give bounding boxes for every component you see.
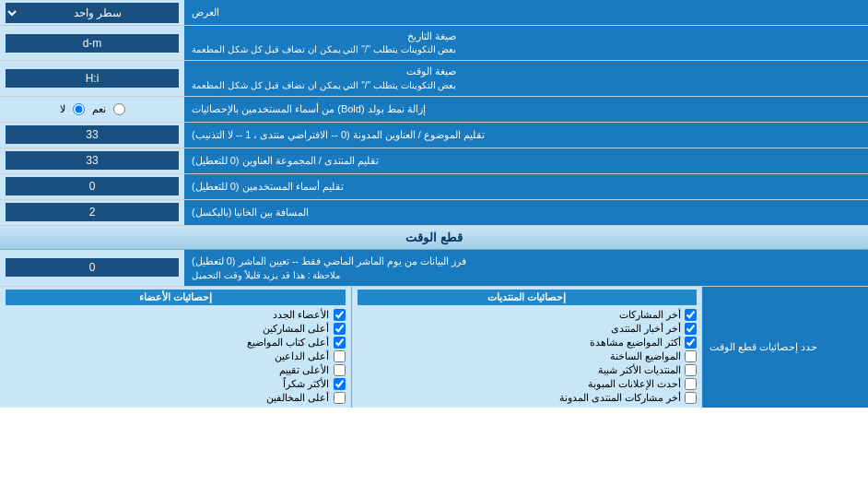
- checkbox-label-1: أخر أخبار المنتدى: [611, 323, 681, 335]
- label-forum-count: تقليم المنتدى / المجموعة العناوين (0 للت…: [184, 148, 868, 173]
- checkbox-akthar-shabiya[interactable]: [685, 364, 697, 376]
- checkbox-member-label-5: الأكثر شكراً: [283, 378, 329, 390]
- checkbox-member-4: الأعلى تقييم: [6, 363, 346, 377]
- checkbox-member-3: أعلى الداعين: [6, 349, 346, 363]
- row-time-format: صيغة الوقت بعض التكوينات يتطلب "/" التي …: [0, 61, 868, 96]
- label-space: المسافة بين الخانيا (بالبكسل): [184, 200, 868, 225]
- radio-label-no: لا: [60, 103, 65, 115]
- checkbox-item-5: أحدث الإعلانات المبوبة: [358, 377, 698, 391]
- control-user-count: [0, 174, 184, 199]
- label-time-format: صيغة الوقت بعض التكوينات يتطلب "/" التي …: [184, 61, 868, 95]
- checkbox-ahdath-ilanat[interactable]: [685, 378, 697, 390]
- stats-columns-wrapper: إحصائيات المنتديات أخر المشاركات أخر أخب…: [0, 287, 702, 408]
- input-space[interactable]: [6, 203, 179, 221]
- control-cutoff-data: [0, 250, 184, 286]
- checkbox-item-0: أخر المشاركات: [358, 308, 698, 322]
- checkbox-member-label-6: أعلى المخالفين: [266, 392, 329, 404]
- radio-bold-yes[interactable]: [113, 103, 125, 115]
- input-time-format[interactable]: [6, 69, 179, 88]
- radio-group-bold: نعم لا: [53, 101, 133, 117]
- row-bold: إزالة نمط بولد (Bold) من أسماء المستخدمي…: [0, 97, 868, 123]
- row-space: المسافة بين الخانيا (بالبكسل): [0, 200, 868, 226]
- checkbox-member-label-4: الأعلى تقييم: [279, 364, 329, 376]
- stats-area: حدد إحصائيات قطع الوقت إحصائيات المنتديا…: [0, 287, 868, 408]
- input-topic-count[interactable]: [6, 125, 179, 144]
- checkbox-aala-kottab[interactable]: [334, 337, 346, 349]
- checkbox-akhir-musharkaat[interactable]: [685, 309, 697, 321]
- radio-label-yes: نعم: [92, 103, 106, 115]
- main-container: العرض سطر واحد صيغة التاريخ بعض التكوينا…: [0, 0, 868, 408]
- checkbox-item-1: أخر أخبار المنتدى: [358, 322, 698, 336]
- checkbox-item-4: المنتديات الأكثر شبية: [358, 363, 698, 377]
- label-user-count: تقليم أسماء المستخدمين (0 للتعطيل): [184, 174, 868, 199]
- control-ard: سطر واحد: [0, 0, 184, 25]
- checkbox-label-2: أكثر المواضيع مشاهدة: [590, 337, 681, 349]
- label-cutoff-note: ملاحظة : هذا قد يزيد قليلاً وقت التحميل: [192, 269, 340, 282]
- col-divider: [351, 287, 352, 408]
- control-space: [0, 200, 184, 225]
- checkbox-member-6: أعلى المخالفين: [6, 391, 346, 405]
- stats-col-members-title: إحصائيات الأعضاء: [6, 290, 346, 305]
- input-forum-count[interactable]: [6, 151, 179, 170]
- input-user-count[interactable]: [6, 177, 179, 195]
- label-cutoff-data: فرز البيانات من يوم الماشر الماضي فقط --…: [184, 250, 868, 286]
- input-date-format[interactable]: [6, 34, 179, 53]
- control-time-format: [0, 61, 184, 95]
- checkbox-adadaa-judud[interactable]: [334, 309, 346, 321]
- input-cutoff-data[interactable]: [6, 258, 179, 277]
- checkbox-akthar-mushahada[interactable]: [685, 337, 697, 349]
- checkbox-aala-mukhaalifeen[interactable]: [334, 392, 346, 404]
- stats-right-label: حدد إحصائيات قطع الوقت: [702, 287, 868, 408]
- checkbox-member-1: أعلى المشاركين: [6, 322, 346, 336]
- row-user-count: تقليم أسماء المستخدمين (0 للتعطيل): [0, 174, 868, 200]
- checkbox-label-6: أخر مشاركات المنتدى المدونة: [559, 392, 681, 404]
- checkbox-aala-daaeen[interactable]: [334, 350, 346, 362]
- row-cutoff-data: فرز البيانات من يوم الماشر الماضي فقط --…: [0, 250, 868, 287]
- checkbox-label-4: المنتديات الأكثر شبية: [598, 364, 681, 376]
- section-cutoff-header: قطع الوقت: [0, 226, 868, 250]
- label-bold: إزالة نمط بولد (Bold) من أسماء المستخدمي…: [184, 97, 868, 122]
- checkbox-label-5: أحدث الإعلانات المبوبة: [588, 378, 681, 390]
- checkbox-akthar-shukran[interactable]: [334, 378, 346, 390]
- label-date-format: صيغة التاريخ بعض التكوينات يتطلب "/" الت…: [184, 26, 868, 60]
- checkbox-item-2: أكثر المواضيع مشاهدة: [358, 336, 698, 349]
- control-date-format: [0, 26, 184, 60]
- label-topic-count: تقليم الموضوع / العناوين المدونة (0 -- ا…: [184, 123, 868, 148]
- row-date-format: صيغة التاريخ بعض التكوينات يتطلب "/" الت…: [0, 26, 868, 61]
- row-ard: العرض سطر واحد: [0, 0, 868, 26]
- label-ard: العرض: [184, 0, 868, 25]
- checkbox-member-label-1: أعلى المشاركين: [263, 323, 329, 335]
- checkbox-akhir-musharakat-muntada[interactable]: [685, 392, 697, 404]
- checkbox-label-0: أخر المشاركات: [619, 309, 681, 321]
- stats-col-forums-title: إحصائيات المنتديات: [358, 290, 698, 305]
- checkbox-member-label-3: أعلى الداعين: [275, 350, 329, 362]
- checkbox-mawadee3-sakha[interactable]: [685, 350, 697, 362]
- control-bold: نعم لا: [0, 97, 184, 122]
- select-ard[interactable]: سطر واحد: [6, 3, 179, 23]
- row-forum-count: تقليم المنتدى / المجموعة العناوين (0 للت…: [0, 148, 868, 174]
- stats-col-members: إحصائيات الأعضاء الأعضاء الجدد أعلى المش…: [0, 287, 351, 408]
- checkbox-item-6: أخر مشاركات المنتدى المدونة: [358, 391, 698, 405]
- stats-col-forums: إحصائيات المنتديات أخر المشاركات أخر أخب…: [352, 287, 703, 408]
- row-topic-count: تقليم الموضوع / العناوين المدونة (0 -- ا…: [0, 123, 868, 148]
- checkbox-aala-taqyim[interactable]: [334, 364, 346, 376]
- checkbox-member-label-2: أعلى كتاب المواضيع: [247, 337, 329, 349]
- checkbox-akhbar-muntada[interactable]: [685, 323, 697, 335]
- checkbox-aala-musharkeen[interactable]: [334, 323, 346, 335]
- checkbox-member-5: الأكثر شكراً: [6, 377, 346, 391]
- radio-bold-no[interactable]: [73, 103, 85, 115]
- checkbox-member-2: أعلى كتاب المواضيع: [6, 336, 346, 349]
- checkbox-label-3: المواضيع الساخنة: [610, 350, 681, 362]
- checkbox-member-label-0: الأعضاء الجدد: [273, 309, 329, 321]
- control-topic-count: [0, 123, 184, 148]
- control-forum-count: [0, 148, 184, 173]
- checkbox-member-0: الأعضاء الجدد: [6, 308, 346, 322]
- label-cutoff-main: فرز البيانات من يوم الماشر الماضي فقط --…: [192, 254, 466, 268]
- checkbox-item-3: المواضيع الساخنة: [358, 349, 698, 363]
